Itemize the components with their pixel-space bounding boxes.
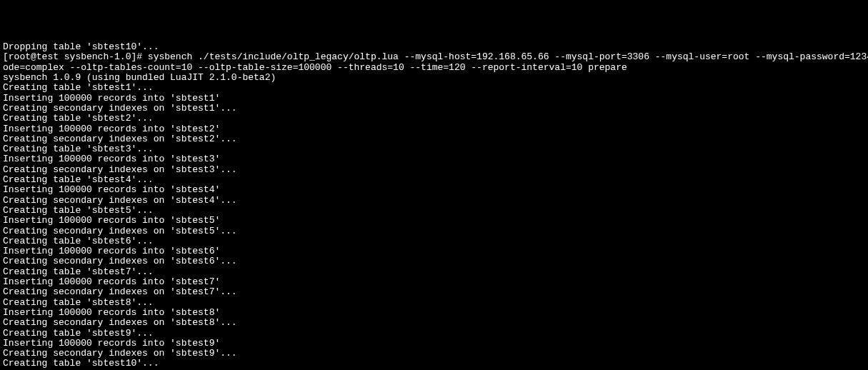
terminal-line: [root@test sysbench-1.0]# sysbench ./tes… <box>3 52 865 62</box>
terminal-line: ode=complex --oltp-tables-count=10 --olt… <box>3 63 865 73</box>
terminal-output[interactable]: Dropping table 'sbtest10'...[root@test s… <box>3 42 865 370</box>
terminal-line: sysbench 1.0.9 (using bundled LuaJIT 2.1… <box>3 73 865 83</box>
terminal-line: Inserting 100000 records into 'sbtest7' <box>3 277 865 287</box>
terminal-line: Dropping table 'sbtest10'... <box>3 42 865 52</box>
terminal-line: Creating secondary indexes on 'sbtest3'.… <box>3 165 865 175</box>
terminal-line: Inserting 100000 records into 'sbtest4' <box>3 185 865 195</box>
terminal-line: Creating table 'sbtest6'... <box>3 236 865 246</box>
terminal-line: Creating table 'sbtest9'... <box>3 329 865 339</box>
terminal-line: Inserting 100000 records into 'sbtest2' <box>3 124 865 134</box>
terminal-line: Creating table 'sbtest4'... <box>3 175 865 185</box>
terminal-line: Creating secondary indexes on 'sbtest7'.… <box>3 287 865 297</box>
terminal-line: Creating secondary indexes on 'sbtest8'.… <box>3 318 865 328</box>
terminal-line: Creating table 'sbtest5'... <box>3 206 865 216</box>
terminal-line: Creating table 'sbtest3'... <box>3 144 865 154</box>
terminal-line: Creating secondary indexes on 'sbtest5'.… <box>3 226 865 236</box>
terminal-line: Creating secondary indexes on 'sbtest2'.… <box>3 134 865 144</box>
terminal-line: Creating table 'sbtest2'... <box>3 114 865 124</box>
terminal-line: Creating secondary indexes on 'sbtest9'.… <box>3 349 865 359</box>
terminal-line: Inserting 100000 records into 'sbtest1' <box>3 94 865 104</box>
terminal-line: Inserting 100000 records into 'sbtest9' <box>3 339 865 349</box>
terminal-line: Creating table 'sbtest10'... <box>3 359 865 369</box>
terminal-line: Inserting 100000 records into 'sbtest6' <box>3 246 865 256</box>
terminal-line: Creating table 'sbtest1'... <box>3 83 865 93</box>
terminal-line: Creating secondary indexes on 'sbtest1'.… <box>3 104 865 114</box>
terminal-line: Inserting 100000 records into 'sbtest5' <box>3 216 865 226</box>
terminal-line: Creating secondary indexes on 'sbtest4'.… <box>3 196 865 206</box>
terminal-line: Creating table 'sbtest7'... <box>3 267 865 277</box>
terminal-line: Creating secondary indexes on 'sbtest6'.… <box>3 256 865 266</box>
terminal-line: Inserting 100000 records into 'sbtest8' <box>3 308 865 318</box>
terminal-line: Creating table 'sbtest8'... <box>3 298 865 308</box>
terminal-line: Inserting 100000 records into 'sbtest3' <box>3 154 865 164</box>
